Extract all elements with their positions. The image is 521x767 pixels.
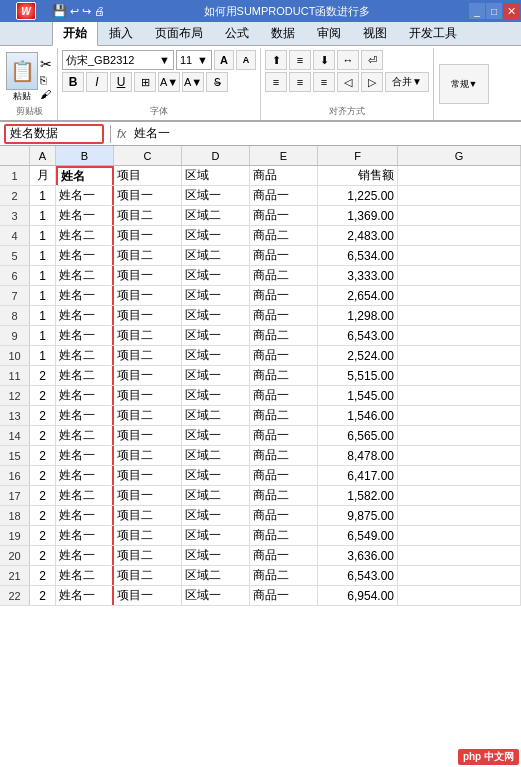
cell-a[interactable]: 2 [30, 386, 56, 405]
cell-e[interactable]: 商品二 [250, 446, 318, 465]
cell-g[interactable] [398, 446, 521, 465]
cell-c[interactable]: 项目二 [114, 566, 182, 585]
cell-e[interactable]: 商品一 [250, 466, 318, 485]
cell-a[interactable]: 2 [30, 526, 56, 545]
cell-e[interactable]: 商品一 [250, 506, 318, 525]
cell-g[interactable] [398, 546, 521, 565]
col-header-g[interactable]: G [398, 146, 521, 165]
cell-f[interactable]: 1,545.00 [318, 386, 398, 405]
cell-d[interactable]: 区域二 [182, 566, 250, 585]
cell-g[interactable] [398, 366, 521, 385]
copy-button[interactable]: ⎘ [40, 74, 52, 86]
cell-f[interactable]: 6,549.00 [318, 526, 398, 545]
cell-f[interactable]: 6,417.00 [318, 466, 398, 485]
cell-a[interactable]: 2 [30, 546, 56, 565]
tab-insert[interactable]: 插入 [98, 21, 144, 45]
cell-f[interactable]: 1,225.00 [318, 186, 398, 205]
cell-e[interactable]: 商品二 [250, 566, 318, 585]
cell-c[interactable]: 项目一 [114, 266, 182, 285]
cell-f[interactable]: 1,298.00 [318, 306, 398, 325]
cell-a[interactable]: 1 [30, 346, 56, 365]
col-header-b[interactable]: B [56, 146, 114, 165]
cell-f[interactable]: 9,875.00 [318, 506, 398, 525]
cell-e[interactable]: 商品二 [250, 266, 318, 285]
cell-c[interactable]: 项目二 [114, 346, 182, 365]
cell-g[interactable] [398, 406, 521, 425]
cell-c[interactable]: 项目一 [114, 426, 182, 445]
cell-d[interactable]: 区域一 [182, 466, 250, 485]
strikethrough-button[interactable]: S̶ [206, 72, 228, 92]
cell-c[interactable]: 项目 [114, 166, 182, 185]
cell-g[interactable] [398, 326, 521, 345]
cell-e[interactable]: 商品一 [250, 346, 318, 365]
cell-b[interactable]: 姓名一 [56, 546, 114, 565]
cell-d[interactable]: 区域二 [182, 246, 250, 265]
cell-f[interactable]: 8,478.00 [318, 446, 398, 465]
cell-d[interactable]: 区域 [182, 166, 250, 185]
cell-a[interactable]: 1 [30, 266, 56, 285]
font-color-button[interactable]: A▼ [182, 72, 204, 92]
cell-a[interactable]: 1 [30, 226, 56, 245]
cell-g[interactable] [398, 346, 521, 365]
cell-b[interactable]: 姓名一 [56, 286, 114, 305]
cell-d[interactable]: 区域一 [182, 346, 250, 365]
font-size-decrease-button[interactable]: A [236, 50, 256, 70]
cell-d[interactable]: 区域一 [182, 586, 250, 605]
cell-g[interactable] [398, 286, 521, 305]
cell-b[interactable]: 姓名一 [56, 186, 114, 205]
cell-e[interactable]: 商品一 [250, 246, 318, 265]
cell-d[interactable]: 区域一 [182, 426, 250, 445]
underline-button[interactable]: U [110, 72, 132, 92]
cell-f[interactable]: 6,543.00 [318, 326, 398, 345]
cell-f[interactable]: 2,483.00 [318, 226, 398, 245]
cell-b[interactable]: 姓名一 [56, 206, 114, 225]
cell-d[interactable]: 区域一 [182, 366, 250, 385]
cell-g[interactable] [398, 206, 521, 225]
cell-c[interactable]: 项目一 [114, 386, 182, 405]
cell-a[interactable]: 2 [30, 506, 56, 525]
close-button[interactable]: ✕ [503, 3, 519, 19]
cell-f[interactable]: 3,636.00 [318, 546, 398, 565]
cut-button[interactable]: ✂ [40, 56, 52, 72]
cell-d[interactable]: 区域二 [182, 446, 250, 465]
cell-c[interactable]: 项目二 [114, 206, 182, 225]
cell-a[interactable]: 1 [30, 286, 56, 305]
align-top-button[interactable]: ⬆ [265, 50, 287, 70]
cell-e[interactable]: 商品二 [250, 526, 318, 545]
cell-b[interactable]: 姓名一 [56, 386, 114, 405]
tab-review[interactable]: 审阅 [306, 21, 352, 45]
cell-g[interactable] [398, 486, 521, 505]
cell-f[interactable]: 1,546.00 [318, 406, 398, 425]
text-direction-button[interactable]: ↔ [337, 50, 359, 70]
cell-g[interactable] [398, 226, 521, 245]
cell-e[interactable]: 商品一 [250, 426, 318, 445]
cell-a[interactable]: 2 [30, 566, 56, 585]
cell-d[interactable]: 区域一 [182, 286, 250, 305]
cell-e[interactable]: 商品一 [250, 586, 318, 605]
cell-d[interactable]: 区域一 [182, 186, 250, 205]
cell-a[interactable]: 2 [30, 366, 56, 385]
cell-b[interactable]: 姓名二 [56, 266, 114, 285]
font-size-increase-button[interactable]: A [214, 50, 234, 70]
cell-b[interactable]: 姓名一 [56, 326, 114, 345]
cell-d[interactable]: 区域二 [182, 406, 250, 425]
border-button[interactable]: ⊞ [134, 72, 156, 92]
cell-f[interactable]: 5,515.00 [318, 366, 398, 385]
cell-f[interactable]: 2,524.00 [318, 346, 398, 365]
cell-e[interactable]: 商品一 [250, 386, 318, 405]
cell-c[interactable]: 项目一 [114, 286, 182, 305]
cell-e[interactable]: 商品一 [250, 286, 318, 305]
cell-c[interactable]: 项目二 [114, 446, 182, 465]
merge-center-button[interactable]: 合并▼ [385, 72, 429, 92]
tab-view[interactable]: 视图 [352, 21, 398, 45]
cell-c[interactable]: 项目二 [114, 526, 182, 545]
cell-a[interactable]: 2 [30, 426, 56, 445]
cell-f[interactable]: 1,582.00 [318, 486, 398, 505]
cell-f[interactable]: 2,654.00 [318, 286, 398, 305]
cell-a[interactable]: 2 [30, 466, 56, 485]
cell-e[interactable]: 商品二 [250, 406, 318, 425]
tab-home[interactable]: 开始 [52, 21, 98, 46]
bold-button[interactable]: B [62, 72, 84, 92]
cell-d[interactable]: 区域二 [182, 206, 250, 225]
font-name-selector[interactable]: 仿宋_GB2312▼ [62, 50, 174, 70]
